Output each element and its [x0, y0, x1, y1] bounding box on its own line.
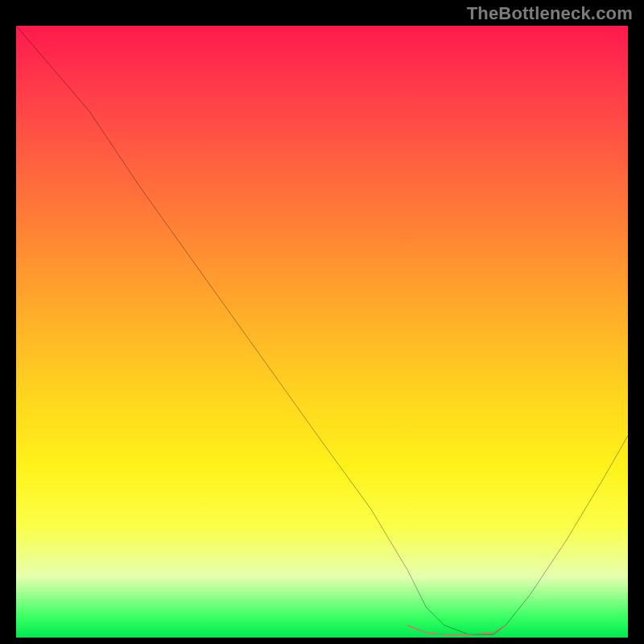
plot-area — [16, 26, 628, 638]
black-curve-path — [16, 26, 628, 634]
chart-frame: TheBottleneck.com — [0, 0, 644, 644]
attribution-text: TheBottleneck.com — [467, 3, 633, 24]
chart-lines — [16, 26, 628, 638]
